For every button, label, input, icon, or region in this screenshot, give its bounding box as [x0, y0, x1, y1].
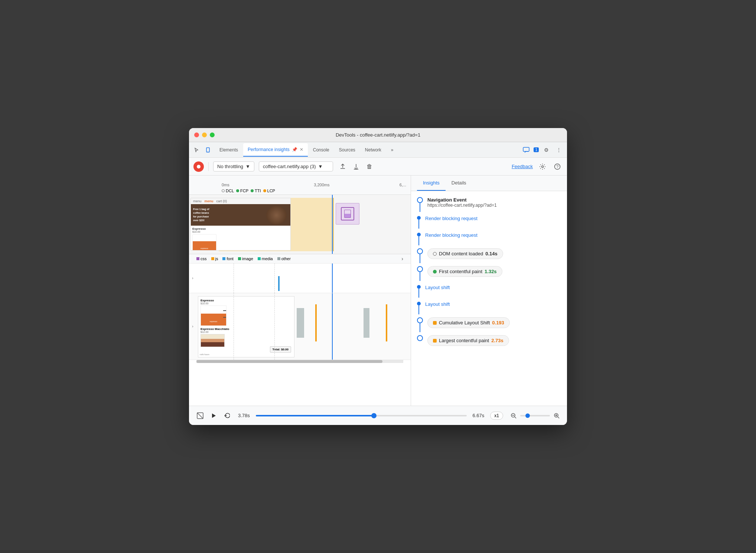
no-preview-button[interactable] — [195, 410, 205, 421]
expand-icon[interactable]: › — [401, 256, 403, 262]
throttling-dropdown[interactable]: No throttling ▼ — [213, 161, 254, 171]
js-legend: js — [211, 256, 218, 261]
track-expand-1[interactable]: › — [189, 264, 196, 293]
layout-shift-2-entry: Layout shift — [417, 301, 561, 314]
fcp-timeline-node — [417, 266, 423, 281]
download-icon[interactable] — [351, 161, 361, 172]
page-render-content: Espresso $10.00 espresso Espresso Macchi… — [198, 297, 294, 350]
rb2-timeline-node — [417, 232, 421, 245]
dcl-legend: DCL — [222, 189, 234, 193]
mini-screenshot-icon — [341, 207, 354, 220]
mini-cup-base — [345, 214, 351, 217]
ruler-mark-1: 3,200ms — [244, 183, 400, 187]
settings-icon[interactable]: ⚙ — [541, 145, 551, 155]
restart-button[interactable] — [222, 410, 232, 421]
total-cart: Total: $0.00 — [270, 346, 291, 353]
zoom-thumb[interactable] — [525, 413, 530, 418]
fcp-line — [420, 272, 420, 281]
mobile-icon[interactable] — [203, 145, 213, 155]
mini-cup-icon — [344, 210, 351, 218]
espresso-price-2: $10.00 — [201, 302, 292, 305]
fcp-badge-label: First contentful paint — [439, 269, 482, 274]
devtools-more-icon[interactable]: ⋮ — [554, 145, 564, 155]
tab-console[interactable]: Console — [309, 143, 334, 157]
rb1-timeline-node — [417, 215, 421, 229]
layout-shift-link-2[interactable]: Layout shift — [425, 301, 450, 307]
dcl-badge: DOM content loaded 0.14s — [427, 248, 503, 259]
lcp-content: Largest contentful paint 2.73s — [427, 335, 561, 349]
record-indicator — [197, 165, 201, 168]
timeline-cursor-line[interactable] — [332, 195, 333, 254]
ls2-content: Layout shift — [425, 301, 561, 314]
render-blocking-link-1[interactable]: Render blocking request — [425, 216, 478, 221]
fcp-entry: First contentful paint 1.32s — [417, 266, 561, 281]
nav-content: Navigation Event https://coffee-cart.net… — [427, 197, 561, 212]
tab-more[interactable]: » — [387, 143, 398, 157]
network-track-1: › — [189, 264, 411, 293]
lcp-legend: LCP — [263, 189, 275, 193]
delete-icon[interactable]: 🗑 — [364, 161, 375, 172]
lcp-badge-value: 2.73s — [491, 338, 504, 343]
tab-insights[interactable]: Insights — [417, 176, 446, 191]
help-icon[interactable]: ? — [552, 161, 563, 172]
ruler-marks: 0ms 3,200ms 6,... — [192, 183, 408, 187]
tab-close-icon[interactable]: ✕ — [300, 147, 303, 152]
current-time: 3.78s — [238, 413, 250, 418]
cls-entry: Cumulative Layout Shift 0.193 — [417, 317, 561, 332]
maximize-button[interactable] — [210, 132, 215, 137]
track-expand-2[interactable]: › — [189, 293, 196, 360]
media-legend: media — [258, 256, 273, 261]
zoom-track[interactable] — [520, 415, 550, 416]
dcl-timeline-node — [417, 248, 423, 263]
svg-point-1 — [208, 151, 208, 151]
cls-line — [420, 323, 420, 332]
window-title: DevTools - coffee-cart.netlify.app/?ad=1 — [336, 132, 420, 138]
speed-badge[interactable]: x1 — [490, 412, 503, 420]
espresso-section: Espresso $10.00 espresso — [191, 226, 290, 251]
fcp-badge-value: 1.32s — [485, 269, 497, 274]
play-button[interactable] — [208, 410, 219, 421]
tab-sources[interactable]: Sources — [335, 143, 360, 157]
svg-line-10 — [515, 417, 516, 418]
record-button[interactable] — [193, 161, 204, 172]
font-legend-icon — [222, 257, 225, 260]
svg-marker-8 — [212, 413, 216, 418]
close-button[interactable] — [194, 132, 199, 137]
settings-gear-icon[interactable] — [537, 161, 548, 172]
ls2-dot — [417, 302, 421, 305]
tabs-right: 1 ⚙ ⋮ — [521, 145, 564, 155]
image-legend: image — [238, 256, 253, 261]
layout-shift-link-1[interactable]: Layout shift — [425, 285, 450, 290]
fcp-badge: First contentful paint 1.32s — [427, 266, 502, 277]
zoom-in-icon[interactable] — [552, 411, 561, 420]
scrollbar-thumb[interactable] — [196, 360, 382, 363]
cursor-icon[interactable] — [192, 145, 202, 155]
timeline-legend: DCL FCP TTI LCP — [192, 189, 408, 193]
nav-event-entry: Navigation Event https://coffee-cart.net… — [417, 197, 561, 212]
toolbar: No throttling ▼ coffee-cart.netlify.app … — [189, 158, 567, 176]
ruler-mark-2: 6,... — [400, 183, 408, 187]
tab-elements[interactable]: Elements — [215, 143, 242, 157]
url-dropdown[interactable]: coffee-cart.netlify.app (3) ▼ — [259, 161, 333, 171]
timeline-scrollbar[interactable] — [196, 360, 403, 363]
tab-performance-insights[interactable]: Performance insights 📌 ✕ — [243, 143, 308, 157]
zoom-out-icon[interactable] — [509, 411, 518, 420]
minimize-button[interactable] — [202, 132, 207, 137]
tab-details[interactable]: Details — [446, 176, 472, 191]
feedback-link[interactable]: Feedback — [512, 164, 533, 169]
rb1-content: Render blocking request — [425, 215, 561, 229]
insights-content: Navigation Event https://coffee-cart.net… — [411, 191, 567, 406]
chat-icon[interactable] — [521, 145, 531, 155]
dcl-icon — [222, 189, 225, 192]
progress-thumb[interactable] — [371, 413, 377, 418]
cls-badge-value: 0.193 — [492, 320, 504, 325]
upload-icon[interactable] — [338, 161, 348, 172]
tab-network[interactable]: Network — [361, 143, 386, 157]
progress-track[interactable] — [256, 415, 467, 416]
page-dashed-2 — [274, 293, 275, 360]
media-legend-icon — [258, 257, 261, 260]
espresso-title-2: Espresso — [201, 299, 292, 302]
fcp-content: First contentful paint 1.32s — [427, 266, 561, 281]
macchiato-title: Espresso Macchiato — [201, 327, 292, 331]
render-blocking-link-2[interactable]: Render blocking request — [425, 232, 478, 238]
